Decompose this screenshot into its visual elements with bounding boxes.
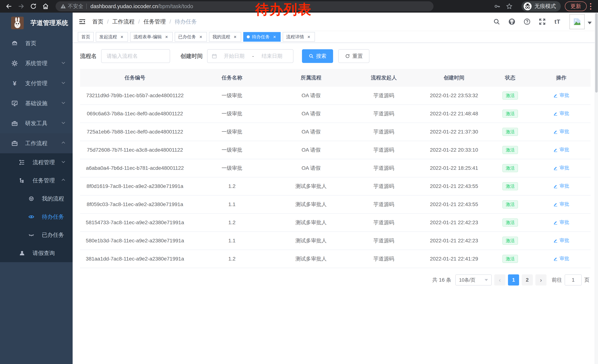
breadcrumb-home[interactable]: 首页 — [92, 18, 103, 25]
scrollbar-thumb[interactable] — [595, 13, 598, 93]
date-range-picker[interactable]: 开始日期 - 结束日期 — [207, 49, 293, 63]
help-icon[interactable] — [523, 17, 531, 26]
process-name-input[interactable] — [101, 49, 170, 63]
table-row: 725a1eb6-7b88-11ec-8ef0-acde48001122 一级审… — [80, 123, 590, 141]
action-cell: 审批 — [532, 92, 590, 99]
tags-view-tab[interactable]: 流程详情× — [283, 32, 315, 42]
sidebar-item-payment[interactable]: ¥ 支付管理 — [0, 73, 73, 93]
approve-link[interactable]: 审批 — [553, 92, 569, 98]
sidebar-item-my-process[interactable]: 我的流程 — [0, 190, 73, 208]
sidebar-item-leave-query[interactable]: 请假查询 — [0, 244, 73, 262]
address-bar[interactable]: 不安全 dashboard.yudao.iocoder.cn/bpm/task/… — [56, 1, 433, 11]
browser-forward-icon[interactable] — [17, 2, 25, 10]
status-cell: 激活 — [489, 128, 532, 136]
search-button[interactable]: 搜索 — [302, 49, 333, 63]
page-size-select[interactable]: 10条/页 — [455, 274, 492, 285]
approve-link[interactable]: 审批 — [553, 219, 569, 226]
goto-page-input[interactable] — [565, 274, 582, 285]
approve-link[interactable]: 审批 — [553, 255, 569, 262]
starter-cell: 芋道源码 — [348, 110, 420, 117]
tags-view-tab[interactable]: 流程表单-编辑× — [130, 32, 173, 42]
end-date-placeholder: 结束日期 — [255, 53, 289, 60]
sidebar-item-system[interactable]: 系统管理 — [0, 53, 73, 73]
browser-home-icon[interactable] — [42, 2, 50, 10]
fullscreen-icon[interactable] — [538, 17, 547, 26]
breadcrumb-task-mgmt[interactable]: 任务管理 — [144, 18, 166, 25]
sidebar-item-process-mgmt[interactable]: 流程管理 — [0, 153, 73, 171]
navbar: 首页 / 工作流程 / 任务管理 / 待办任务 — [73, 13, 598, 31]
tags-view-tab[interactable]: 已办任务× — [175, 32, 207, 42]
task-name-cell: 一级审批 — [190, 128, 274, 135]
create-time-cell: 2022-01-22 21:37:30 — [420, 129, 489, 135]
table-row: 580e1b3d-7ac8-11ec-a9e2-a2380e71991a 1.1… — [80, 232, 590, 250]
header-search-icon[interactable] — [492, 17, 501, 26]
prev-page-button[interactable]: ‹ — [494, 274, 505, 285]
approve-link[interactable]: 审批 — [553, 110, 569, 117]
page-scrollbar[interactable] — [595, 13, 598, 364]
approve-link[interactable]: 审批 — [553, 146, 569, 153]
sidebar-item-task-mgmt[interactable]: 任务管理 — [0, 171, 73, 190]
task-name-cell: 一级审批 — [190, 110, 274, 117]
tab-close-icon[interactable]: × — [164, 34, 169, 40]
bookmark-star-icon[interactable] — [505, 2, 513, 10]
approve-link[interactable]: 审批 — [553, 128, 569, 135]
sidebar-item-workflow[interactable]: 工作流程 — [0, 133, 73, 153]
sidebar-item-dev-tools[interactable]: 研发工具 — [0, 113, 73, 133]
browser-toolbar: 不安全 dashboard.yudao.iocoder.cn/bpm/task/… — [0, 0, 598, 13]
tab-close-icon[interactable]: × — [198, 34, 203, 40]
sidebar-item-todo-tasks[interactable]: 待办任务 — [0, 208, 73, 226]
process-cell: 测试多审批人 — [274, 219, 348, 226]
approve-link[interactable]: 审批 — [553, 201, 569, 207]
status-cell: 激活 — [489, 146, 532, 154]
table-header-row: 任务编号 任务名称 所属流程 流程发起人 创建时间 状态 操作 — [80, 69, 590, 87]
dashboard-icon — [11, 40, 18, 47]
page-button-1[interactable]: 1 — [508, 274, 519, 285]
approve-link[interactable]: 审批 — [553, 183, 569, 189]
breadcrumb: 首页 / 工作流程 / 任务管理 / 待办任务 — [92, 18, 197, 25]
workflow-submenu: 流程管理 任务管理 我的流程 待办任务 — [0, 153, 73, 262]
tags-view-tab[interactable]: 首页 — [78, 32, 94, 42]
sidebar-item-infrastructure[interactable]: 基础设施 — [0, 93, 73, 113]
action-cell: 审批 — [532, 201, 590, 208]
tab-close-icon[interactable]: × — [306, 34, 311, 40]
password-key-icon[interactable] — [493, 2, 501, 10]
tags-view-tab[interactable]: 待办任务× — [243, 32, 281, 42]
starter-cell: 芋道源码 — [348, 92, 420, 99]
page-suffix-label: 页 — [584, 276, 590, 283]
tab-close-icon[interactable]: × — [119, 34, 125, 40]
search-icon — [309, 54, 314, 59]
smiley-icon — [28, 195, 35, 202]
active-tab-dot-icon — [247, 35, 250, 38]
status-cell: 激活 — [489, 91, 532, 100]
next-page-button[interactable]: › — [535, 274, 547, 285]
tags-view-tab[interactable]: 发起流程× — [96, 32, 128, 42]
browser-update-button[interactable]: 更新 — [565, 1, 587, 11]
sidebar-item-home[interactable]: 首页 — [0, 33, 73, 53]
browser-reload-icon[interactable] — [29, 2, 37, 10]
browser-back-icon[interactable] — [5, 2, 13, 10]
github-icon[interactable] — [507, 17, 516, 26]
monitor-icon — [11, 100, 18, 107]
create-time-cell: 2022-01-22 18:25:41 — [420, 165, 489, 171]
approve-link[interactable]: 审批 — [553, 237, 569, 244]
task-id-cell: 580e1b3d-7ac8-11ec-a9e2-a2380e71991a — [80, 238, 190, 244]
font-size-icon[interactable]: tT — [553, 17, 562, 26]
task-table: 任务编号 任务名称 所属流程 流程发起人 创建时间 状态 操作 73211d9d… — [80, 69, 590, 268]
approve-link[interactable]: 审批 — [553, 165, 569, 171]
app-logo-row[interactable]: 芋道管理系统 — [0, 13, 73, 33]
browser-menu-icon[interactable] — [590, 3, 591, 10]
breadcrumb-workflow[interactable]: 工作流程 — [112, 18, 134, 25]
tab-close-icon[interactable]: × — [233, 34, 238, 40]
avatar[interactable] — [569, 14, 585, 29]
starter-cell: 芋道源码 — [348, 183, 420, 190]
yen-icon: ¥ — [11, 80, 18, 87]
sidebar-item-done-tasks[interactable]: 已办任务 — [0, 226, 73, 244]
page-button-2[interactable]: 2 — [522, 274, 533, 285]
table-row: a6aba0a4-7b6d-11ec-b781-acde48001122 一级审… — [80, 159, 590, 177]
gear-icon — [11, 60, 18, 67]
sidebar-collapse-icon[interactable] — [78, 18, 86, 26]
reset-button[interactable]: 重置 — [338, 49, 369, 63]
tags-view-tab[interactable]: 我的流程× — [209, 32, 241, 42]
avatar-caret-icon[interactable] — [588, 22, 592, 24]
tab-close-icon[interactable]: × — [272, 34, 277, 40]
